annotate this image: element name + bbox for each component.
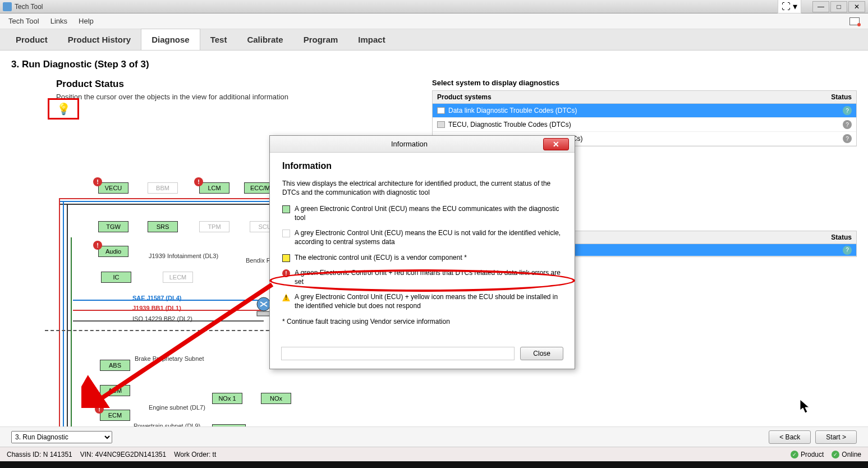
legend-text: A green Electronic Control Unit + red ic… xyxy=(295,269,562,286)
tab-product[interactable]: Product xyxy=(6,29,58,50)
ecu-acm[interactable]: ACM xyxy=(100,385,130,396)
folder-icon xyxy=(437,107,445,114)
legend-yellow-icon: ! A grey Electronic Control Unit (ECU) +… xyxy=(282,293,562,310)
dialog-footer-input[interactable] xyxy=(281,347,515,360)
folder-icon xyxy=(437,121,445,128)
ecu-srs[interactable]: SRS xyxy=(148,221,178,232)
tabbar: Product Product History Diagnose Test Ca… xyxy=(0,29,868,51)
step-dropdown[interactable]: 3. Run Diagnostic xyxy=(11,431,112,443)
check-icon: ✓ xyxy=(791,451,798,458)
legend-red-icon: ! A green Electronic Control Unit + red … xyxy=(282,269,562,286)
back-button[interactable]: < Back xyxy=(769,430,811,444)
product-status-heading: Product Status xyxy=(56,79,421,90)
information-dialog: Information ✕ Information This view disp… xyxy=(269,135,575,369)
error-badge-icon: ! xyxy=(95,405,104,414)
ecu-tgw[interactable]: TGW xyxy=(98,221,128,232)
menu-techtool[interactable]: Tech Tool xyxy=(8,17,39,25)
tab-calibrate[interactable]: Calibrate xyxy=(237,29,293,50)
dialog-footnote: * Continue fault tracing using Vendor se… xyxy=(282,318,562,327)
status-product: ✓ Product xyxy=(791,451,824,458)
ecu-tpm[interactable]: TPM xyxy=(199,221,229,232)
main-content: 3. Run Diagnostic (Step 3 of 3) Product … xyxy=(0,51,868,432)
window-title: Tech Tool xyxy=(15,3,778,11)
ecu-audio[interactable]: Audio! xyxy=(98,246,128,257)
diagram-label: Brake Proprietary Subnet xyxy=(135,355,204,362)
page-heading: 3. Run Diagnostic (Step 3 of 3) xyxy=(11,59,857,70)
status-workorder: Work Order: tt xyxy=(174,451,216,458)
grey-swatch-icon xyxy=(282,230,290,237)
bottom-toolbar: 3. Run Diagnostic < Back Start > xyxy=(0,426,868,447)
diagram-label: Engine subnet (DL7) xyxy=(149,404,205,411)
help-icon[interactable]: ? xyxy=(843,246,852,255)
legend-grey: A grey Electronic Control Unit (ECU) mea… xyxy=(282,229,562,246)
ecu-abs[interactable]: ABS xyxy=(100,360,130,371)
diagram-label: J1939 Infotainment (DL3) xyxy=(149,253,218,259)
diagram-label: SAE J1587 (DL4) xyxy=(132,295,181,301)
menu-help[interactable]: Help xyxy=(79,17,94,25)
tab-product-history[interactable]: Product History xyxy=(58,29,141,50)
dialog-close-btn[interactable]: Close xyxy=(520,347,563,360)
chevron-down-icon: ▾ xyxy=(793,1,797,12)
bus-line xyxy=(45,330,286,331)
start-button[interactable]: Start > xyxy=(815,430,857,444)
close-button[interactable]: ✕ xyxy=(848,1,865,12)
legend-text: A grey Electronic Control Unit (ECU) + y… xyxy=(295,293,562,310)
dialog-heading: Information xyxy=(282,161,562,171)
system-row-datalink[interactable]: Data link Diagnostic Trouble Codes (DTCs… xyxy=(433,104,856,118)
systems-header: Product systems Status xyxy=(433,91,856,104)
red-error-icon: ! xyxy=(282,269,290,277)
status-vin: VIN: 4V4NC9EG2DN141351 xyxy=(80,451,166,458)
bus-line xyxy=(63,201,64,445)
bus-line xyxy=(59,198,60,445)
ecu-nox[interactable]: NOx xyxy=(261,393,291,404)
legend-green: A green Electronic Control Unit (ECU) me… xyxy=(282,205,562,222)
notification-icon[interactable] xyxy=(849,17,860,25)
error-badge-icon: ! xyxy=(194,177,203,186)
menu-links[interactable]: Links xyxy=(50,17,67,25)
ecu-ecm[interactable]: ECM! xyxy=(100,410,130,421)
error-badge-icon: ! xyxy=(93,177,102,186)
ecu-ic[interactable]: IC xyxy=(101,272,131,283)
dialog-close-button[interactable]: ✕ xyxy=(543,138,569,150)
col-status: Status xyxy=(831,93,852,101)
help-icon[interactable]: ? xyxy=(843,106,852,115)
help-icon[interactable]: ? xyxy=(843,134,852,143)
statusbar: Chassis ID: N 141351 VIN: 4V4NC9EG2DN141… xyxy=(0,447,868,461)
bus-line xyxy=(71,237,72,445)
tab-diagnose[interactable]: Diagnose xyxy=(141,29,200,50)
ecu-vecu[interactable]: VECU! xyxy=(98,182,128,194)
app-icon xyxy=(3,2,12,11)
titlebar-toolbox[interactable]: ⛶ ▾ xyxy=(778,0,801,13)
col-status: Status xyxy=(831,233,852,241)
window-titlebar: Tech Tool ⛶ ▾ — □ ✕ xyxy=(0,0,868,13)
minimize-button[interactable]: — xyxy=(812,1,829,12)
status-chassis: Chassis ID: N 141351 xyxy=(7,451,72,458)
bus-line xyxy=(67,204,68,434)
expand-icon: ⛶ xyxy=(782,2,791,12)
ecu-bbm[interactable]: BBM xyxy=(148,182,178,194)
ecu-nox-1[interactable]: NOx 1 xyxy=(212,393,242,404)
legend-text: The electronic control unit (ECU) is a v… xyxy=(295,254,467,263)
tab-program[interactable]: Program xyxy=(293,29,348,50)
tab-impact[interactable]: Impact xyxy=(348,29,395,50)
yellow-swatch-icon xyxy=(282,254,290,262)
system-label: TECU, Diagnostic Trouble Codes (DTCs) xyxy=(448,121,839,129)
ecu-lecm[interactable]: LECM xyxy=(163,272,193,283)
system-row-tecu[interactable]: TECU, Diagnostic Trouble Codes (DTCs) ? xyxy=(433,118,856,132)
tab-test[interactable]: Test xyxy=(200,29,237,50)
system-label: Data link Diagnostic Trouble Codes (DTCs… xyxy=(448,107,839,114)
diagram-label: J1939 BB1 (DL1) xyxy=(132,305,181,311)
legend-yellow: The electronic control unit (ECU) is a v… xyxy=(282,254,562,263)
error-badge-icon: ! xyxy=(93,241,102,250)
maximize-button[interactable]: □ xyxy=(830,1,847,12)
help-icon[interactable]: ? xyxy=(843,120,852,129)
dialog-titlebar[interactable]: Information ✕ xyxy=(270,136,575,153)
hint-text: Position the cursor over the objects in … xyxy=(56,93,421,101)
yellow-warning-icon: ! xyxy=(282,293,290,301)
check-icon: ✓ xyxy=(832,451,839,458)
legend-text: A green Electronic Control Unit (ECU) me… xyxy=(295,205,562,222)
col-product-systems: Product systems xyxy=(437,93,831,101)
status-online: ✓ Online xyxy=(832,451,861,458)
systems-heading: Select system to display diagnostics xyxy=(432,79,857,87)
ecu-lcm[interactable]: LCM! xyxy=(199,182,229,194)
